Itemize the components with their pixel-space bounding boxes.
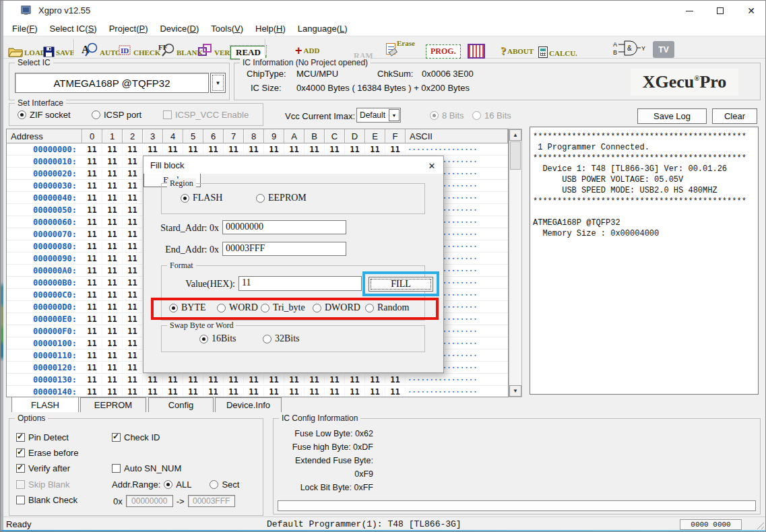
byte-radio[interactable]: BYTE [169, 302, 206, 313]
hex-byte-cell[interactable]: 11 [163, 387, 183, 397]
hex-byte-cell[interactable]: 11 [82, 339, 102, 348]
ascii-cell[interactable]: ▪▪▪▪▪▪▪▪▪▪▪▪▪▪▪▪ [406, 389, 508, 394]
hex-byte-cell[interactable]: 11 [123, 254, 143, 263]
tab-device-info[interactable]: Device.Info [215, 397, 282, 412]
hex-byte-cell[interactable]: 11 [325, 387, 345, 397]
hex-byte-cell[interactable]: 11 [385, 145, 406, 154]
hex-byte-cell[interactable]: 11 [345, 375, 365, 385]
auto-button[interactable]: A AUTO [82, 38, 121, 57]
hex-byte-cell[interactable]: 11 [82, 363, 102, 372]
hex-byte-cell[interactable]: 11 [102, 375, 123, 385]
zif-socket-radio[interactable]: ZIF socket [18, 110, 71, 120]
hex-byte-cell[interactable]: 11 [143, 375, 163, 385]
hex-byte-cell[interactable]: 11 [82, 375, 102, 385]
hex-byte-cell[interactable]: 11 [102, 278, 123, 288]
hex-byte-cell[interactable]: 11 [123, 363, 143, 372]
check-id-checkbox[interactable]: ✓ Check ID [112, 432, 160, 442]
tab-config[interactable]: Config [148, 397, 214, 412]
icsp-port-radio[interactable]: ICSP port [92, 110, 141, 120]
hex-byte-cell[interactable]: 11 [102, 327, 123, 336]
chevron-down-icon[interactable]: ▼ [389, 109, 400, 121]
ascii-cell[interactable]: ▪▪▪▪▪▪▪▪▪▪▪▪▪▪▪▪ [406, 377, 508, 382]
erase-before-checkbox[interactable]: ✓ Erase before [16, 448, 78, 458]
hex-byte-cell[interactable]: 11 [123, 145, 143, 154]
hex-byte-cell[interactable]: 11 [284, 145, 305, 154]
resize-grip[interactable] [755, 521, 764, 529]
hex-byte-cell[interactable]: 11 [82, 254, 102, 263]
ascii-cell[interactable]: ▪▪▪▪▪▪▪▪▪▪▪▪▪▪▪▪ [406, 147, 508, 152]
menu-item[interactable]: Help(H) [249, 22, 292, 35]
hex-byte-cell[interactable]: 11 [123, 375, 143, 385]
hex-byte-cell[interactable]: 11 [102, 363, 123, 372]
bits16-radio[interactable]: 16 Bits [472, 110, 511, 121]
hex-byte-cell[interactable]: 11 [284, 387, 305, 397]
erase-button[interactable]: Erase [386, 39, 415, 58]
hex-byte-cell[interactable]: 11 [183, 387, 203, 397]
range-from-input[interactable]: 00000000 [126, 495, 173, 507]
calculator-button[interactable]: CALCU. [538, 39, 577, 58]
hex-byte-cell[interactable]: 11 [102, 314, 123, 324]
hex-byte-cell[interactable]: 11 [123, 242, 143, 251]
dword-radio[interactable]: DWORD [313, 302, 360, 313]
hex-byte-cell[interactable]: 11 [102, 218, 123, 227]
hex-byte-cell[interactable]: 11 [345, 387, 365, 397]
hex-byte-cell[interactable]: 11 [264, 145, 284, 154]
hex-byte-cell[interactable]: 11 [163, 375, 183, 385]
read-button[interactable]: READ [230, 40, 266, 59]
hex-byte-cell[interactable]: 11 [82, 157, 102, 166]
hex-byte-cell[interactable]: 11 [82, 205, 102, 215]
hex-byte-cell[interactable]: 11 [123, 230, 143, 239]
end-addr-input[interactable]: 00003FFF [222, 242, 346, 256]
hex-byte-cell[interactable]: 11 [123, 290, 143, 300]
hex-byte-cell[interactable]: 11 [325, 375, 345, 385]
prog-button[interactable]: PROG. [426, 40, 461, 59]
hex-byte-cell[interactable]: 11 [82, 145, 102, 154]
tri-byte-radio[interactable]: Tri_byte [261, 302, 305, 313]
hex-byte-cell[interactable]: 11 [365, 145, 385, 154]
icsp-vcc-checkbox[interactable]: ICSP_VCC Enable [163, 110, 249, 120]
menu-item[interactable]: Tools(V) [205, 22, 249, 35]
hex-byte-cell[interactable]: 11 [264, 375, 284, 385]
hex-byte-cell[interactable]: 11 [82, 193, 102, 203]
scroll-down-button[interactable]: ▼ [509, 385, 521, 397]
skip-blank-checkbox[interactable]: Skip Blank [16, 479, 69, 490]
load-button[interactable]: LOAD [8, 38, 46, 57]
tv-button[interactable]: TV [653, 39, 674, 58]
hex-byte-cell[interactable]: 11 [264, 387, 284, 397]
hex-byte-cell[interactable]: 11 [203, 387, 224, 397]
hex-byte-cell[interactable]: 11 [102, 339, 123, 348]
dialog-close-button[interactable]: ✕ [424, 159, 439, 172]
log-panel[interactable]: ****************************************… [530, 127, 759, 395]
random-radio[interactable]: Random [365, 302, 409, 313]
word-radio[interactable]: WORD [217, 302, 258, 313]
hex-byte-cell[interactable]: 11 [123, 339, 143, 348]
scroll-up-button[interactable]: ▲ [509, 129, 521, 141]
auto-sn-checkbox[interactable]: Auto SN_NUM [112, 463, 181, 473]
selected-ic-field[interactable]: ATMEGA168P @TQFP32 [15, 73, 209, 93]
hex-byte-cell[interactable]: 11 [102, 254, 123, 263]
hex-byte-cell[interactable]: 11 [102, 181, 123, 191]
blank-check-button[interactable]: FF BLANK [158, 38, 203, 57]
hex-byte-cell[interactable]: 11 [82, 387, 102, 397]
pin-detect-checkbox[interactable]: ✓ Pin Detect [16, 432, 69, 442]
hex-byte-cell[interactable]: 11 [82, 351, 102, 360]
tab-flash[interactable]: FLASH [11, 397, 79, 412]
hex-byte-cell[interactable]: 11 [82, 327, 102, 336]
hex-byte-cell[interactable]: 11 [123, 278, 143, 288]
hex-byte-cell[interactable]: 11 [123, 157, 143, 166]
addr-range-sect-radio[interactable] [210, 480, 218, 489]
save-log-button[interactable]: Save Log [637, 108, 707, 124]
hex-byte-cell[interactable]: 11 [123, 169, 143, 178]
hex-byte-cell[interactable]: 11 [365, 375, 385, 385]
hex-byte-cell[interactable]: 11 [82, 181, 102, 191]
hex-byte-cell[interactable]: 11 [123, 218, 143, 227]
hex-byte-cell[interactable]: 11 [102, 205, 123, 215]
hex-byte-cell[interactable]: 11 [345, 145, 365, 154]
save-button[interactable]: SAVE [43, 38, 75, 57]
hex-byte-cell[interactable]: 11 [123, 351, 143, 360]
hex-byte-cell[interactable]: 11 [102, 145, 123, 154]
hex-byte-cell[interactable]: 11 [82, 278, 102, 288]
hex-byte-cell[interactable]: 11 [244, 375, 264, 385]
menu-item[interactable]: File(F) [6, 22, 44, 35]
bits16-swap-radio[interactable]: 16Bits [199, 333, 236, 344]
